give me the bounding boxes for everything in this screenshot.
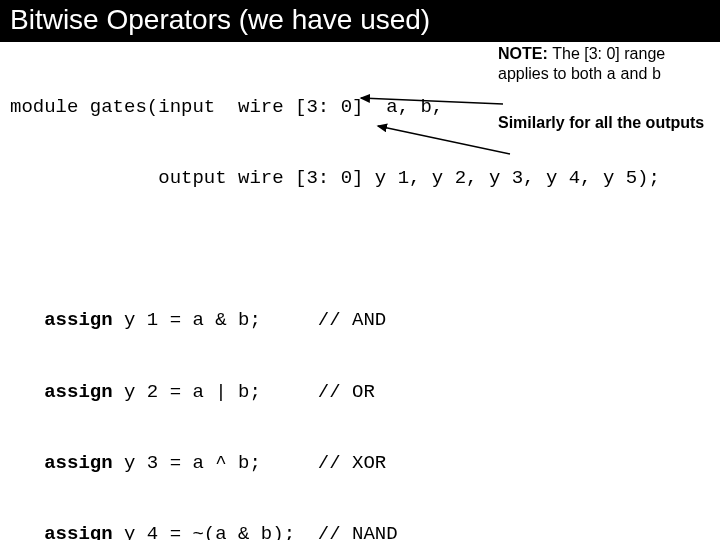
code-assign-or-rest: y 2 = a | b; // OR <box>113 381 375 403</box>
code-assign-xor: assign y 3 = a ^ b; // XOR <box>10 452 710 476</box>
note-var-b: b <box>652 66 662 84</box>
code-assign-or: assign y 2 = a | b; // OR <box>10 381 710 405</box>
code-assign-nand: assign y 4 = ~(a & b); // NAND <box>10 523 710 540</box>
kw-assign: assign <box>10 381 113 403</box>
kw-assign: assign <box>10 309 113 331</box>
title-text: Bitwise Operators (we have used) <box>10 4 430 35</box>
slide-title: Bitwise Operators (we have used) <box>0 0 720 42</box>
code-assign-and-rest: y 1 = a & b; // AND <box>113 309 387 331</box>
note-sub-text: Similarly for all the outputs <box>498 113 708 133</box>
note-prefix: NOTE: <box>498 45 552 62</box>
note-body1: The <box>552 45 584 62</box>
note-body3: and <box>616 65 652 82</box>
code-module-decl-line2: output wire [3: 0] y 1, y 2, y 3, y 4, y… <box>10 167 710 191</box>
code-assign-nand-rest: y 4 = ~(a & b); // NAND <box>113 523 398 540</box>
code-blank <box>10 238 710 262</box>
annotation-note: NOTE: The [3: 0] range applies to both a… <box>498 44 708 133</box>
kw-assign: assign <box>10 452 113 474</box>
kw-assign: assign <box>10 523 113 540</box>
note-range: [3: 0] <box>584 45 620 62</box>
code-assign-and: assign y 1 = a & b; // AND <box>10 309 710 333</box>
code-assign-xor-rest: y 3 = a ^ b; // XOR <box>113 452 387 474</box>
note-main-text: NOTE: The [3: 0] range applies to both a… <box>498 44 708 85</box>
note-var-a: a <box>607 66 617 84</box>
